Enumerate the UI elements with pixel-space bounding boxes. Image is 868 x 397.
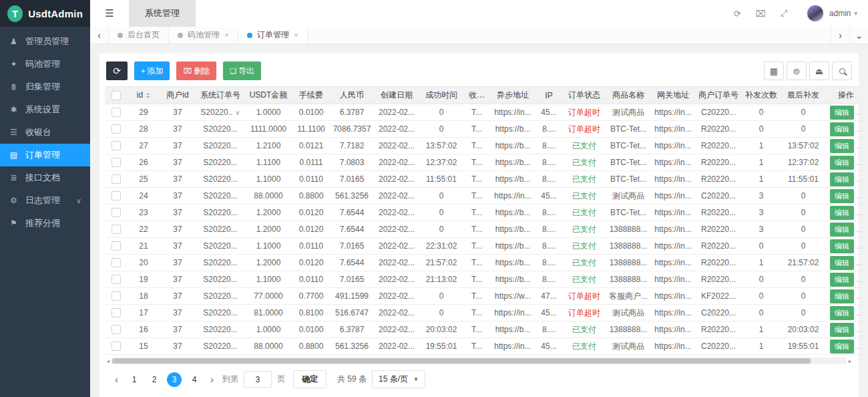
select-all-checkbox[interactable] (112, 91, 121, 100)
edit-button[interactable]: 编辑 (830, 256, 854, 270)
sidebar-item-orders[interactable]: ▤ 订单管理 (0, 144, 90, 166)
tabs-scroll-left[interactable]: ‹ (90, 27, 109, 43)
filter-columns-icon[interactable]: ▦ (764, 61, 784, 80)
row-checkbox[interactable] (112, 342, 121, 351)
cell-fee: 0.0111 (292, 154, 331, 171)
sidebar-item-commission[interactable]: ⚑ 推荐分佣 (0, 212, 90, 235)
refresh-icon[interactable]: ⟳ (726, 9, 749, 19)
col-header-ip: IP (535, 87, 563, 104)
edit-button[interactable]: 编辑 (830, 122, 854, 136)
cell-sys-order: S20220... (196, 188, 245, 205)
edit-button[interactable]: 编辑 (830, 106, 854, 120)
cell-action: 编辑... (826, 238, 866, 255)
next-page-chevron[interactable]: › (204, 374, 220, 385)
edit-button[interactable]: 编辑 (830, 340, 854, 354)
sys-order-text: S20220... (203, 241, 237, 251)
row-checkbox[interactable] (112, 208, 121, 217)
sys-order-text: S20220... (203, 258, 237, 267)
page-number-2[interactable]: 2 (147, 372, 162, 387)
cell-fee: 0.0100 (292, 104, 331, 121)
row-checkbox[interactable] (112, 158, 121, 167)
print-icon[interactable]: ⊜ (787, 61, 807, 80)
row-checkbox[interactable] (112, 291, 121, 301)
cell-created: 2022-02... (373, 305, 420, 321)
cell-merchant-id: 37 (160, 171, 196, 188)
per-page-select[interactable]: 15 条/页 ▼ (372, 370, 425, 388)
tabs-scroll-right[interactable]: › (831, 27, 849, 43)
sidebar-item-logs[interactable]: ⚙ 日志管理 ∨ (0, 189, 90, 212)
tab-dot-icon (178, 33, 183, 38)
page-number-3[interactable]: 3 (167, 372, 182, 387)
row-checkbox[interactable] (112, 174, 121, 184)
edit-button[interactable]: 编辑 (830, 323, 854, 337)
delete-button[interactable]: ⌧ 删除 (176, 61, 216, 80)
close-icon[interactable]: × (294, 31, 298, 40)
sidebar-item-pool[interactable]: ✦ 码池管理 (0, 53, 90, 76)
refresh-table-button[interactable]: ⟳ (106, 61, 128, 80)
edit-button[interactable]: 编辑 (830, 139, 854, 153)
col-header-id[interactable]: id (128, 87, 160, 104)
tabs-menu-chevron[interactable]: ⌄ (849, 27, 868, 43)
cell-status: 已支付 (563, 338, 606, 355)
add-button[interactable]: + 添加 (134, 61, 170, 80)
avatar[interactable] (807, 5, 824, 22)
row-checkbox[interactable] (112, 258, 121, 267)
row-checkbox[interactable] (112, 241, 121, 251)
col-header-resend-count: 补发次数 (742, 87, 781, 104)
fullscreen-icon[interactable]: ⤢ (773, 8, 796, 19)
export-data-icon[interactable]: ⏏ (809, 61, 829, 80)
topnav-item-system[interactable]: 系统管理 (129, 0, 196, 27)
col-header-check[interactable] (105, 87, 128, 104)
cell-resend-count: 1 (742, 154, 781, 171)
row-checkbox[interactable] (112, 191, 121, 201)
scroll-left-arrow[interactable]: ◂ (105, 358, 112, 364)
cell-receive-address: T... (463, 171, 491, 188)
collapse-menu-icon[interactable]: ☰ (90, 7, 129, 19)
tab-home[interactable]: 后台首页 (109, 27, 169, 43)
row-checkbox[interactable] (112, 225, 121, 234)
sidebar-item-admin[interactable]: ♟ 管理员管理 (0, 30, 90, 53)
sidebar-item-settings[interactable]: ✱ 系统设置 (0, 98, 90, 121)
scrollbar-track[interactable] (112, 358, 847, 364)
page-number-4[interactable]: 4 (187, 372, 202, 387)
cell-ip: 8.... (535, 271, 563, 288)
edit-button[interactable]: 编辑 (830, 289, 854, 303)
cell-id: 19 (128, 271, 160, 288)
user-menu[interactable]: admin ▾ (829, 9, 857, 18)
edit-button[interactable]: 编辑 (830, 239, 854, 253)
close-icon[interactable]: × (224, 31, 229, 40)
prev-page-chevron[interactable]: ‹ (109, 374, 124, 385)
edit-button[interactable]: 编辑 (830, 206, 854, 220)
cell-async-url: https://in... (491, 104, 535, 121)
edit-button[interactable]: 编辑 (830, 189, 854, 203)
export-button[interactable]: ❏ 导出 (223, 61, 261, 80)
confirm-page-button[interactable]: 确定 (293, 370, 327, 388)
row-checkbox[interactable] (112, 308, 121, 317)
edit-button[interactable]: 编辑 (830, 172, 854, 186)
row-checkbox[interactable] (112, 325, 121, 334)
sidebar-item-collect[interactable]: ฿ 归集管理 (0, 76, 90, 98)
row-checkbox[interactable] (112, 141, 121, 150)
clear-cache-icon[interactable]: ⌧ (749, 9, 773, 19)
search-icon[interactable] (832, 61, 852, 80)
tab-pool[interactable]: 码池管理 × (169, 27, 238, 43)
row-checkbox[interactable] (112, 275, 121, 284)
scrollbar-thumb[interactable] (112, 358, 811, 364)
edit-button[interactable]: 编辑 (830, 273, 854, 287)
cell-checkbox (105, 138, 128, 154)
edit-button[interactable]: 编辑 (830, 156, 854, 170)
goto-page-input[interactable] (244, 371, 272, 388)
row-checkbox[interactable] (112, 108, 121, 117)
sys-order-text: S20220... (203, 291, 237, 301)
cell-dropdown-icon[interactable]: ∨ (235, 109, 240, 116)
sidebar-item-docs[interactable]: ≣ 接口文档 (0, 166, 90, 189)
scroll-right-arrow[interactable]: ▸ (847, 358, 853, 364)
sidebar-item-cashier[interactable]: ☰ 收银台 (0, 121, 90, 144)
edit-button[interactable]: 编辑 (830, 223, 854, 237)
tab-orders[interactable]: 订单管理 × (238, 27, 308, 43)
sort-icon[interactable] (146, 91, 150, 100)
row-checkbox[interactable] (112, 124, 121, 134)
page-number-1[interactable]: 1 (127, 372, 142, 387)
cell-product: BTC-Tet... (606, 171, 651, 188)
edit-button[interactable]: 编辑 (830, 306, 854, 320)
